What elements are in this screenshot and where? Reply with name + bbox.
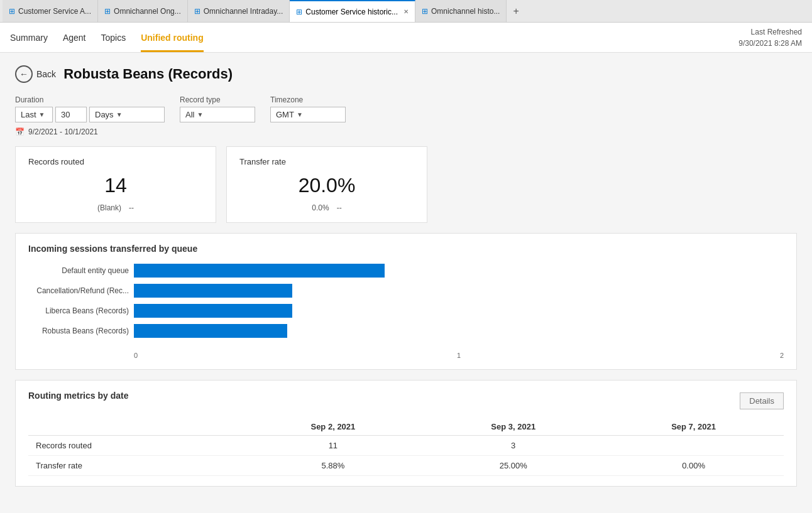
nav-topics[interactable]: Topics [101,23,126,52]
bar [134,324,287,338]
back-row: ← Back Robusta Beans (Records) [15,65,797,83]
date-range: 📅 9/2/2021 - 10/1/2021 [15,127,797,136]
nav-unified-routing[interactable]: Unified routing [141,23,204,52]
tab-omnichannel-ong[interactable]: ⊞ Omnichannel Ong... [98,0,188,22]
tab-customer-service-historic[interactable]: ⊞ Customer Service historic... ✕ [290,0,415,22]
duration-unit-select[interactable]: Days ▼ [89,107,165,122]
timezone-filter: Timezone GMT ▼ [270,95,346,122]
table-cell [603,436,784,456]
details-button[interactable]: Details [740,392,784,409]
tab-omnichannel-histo[interactable]: ⊞ Omnichannel histo... [415,0,507,22]
cards-row: Records routed 14 (Blank) -- Transfer ra… [15,146,797,223]
bar [134,264,385,278]
bar [134,284,292,298]
table-header [28,418,243,436]
duration-filter: Duration Last ▼ 30 Days ▼ [15,95,165,122]
table-row: Records routed113 [28,436,784,456]
table-section-header: Routing metrics by date Details [28,391,784,411]
records-routed-card: Records routed 14 (Blank) -- [15,146,216,223]
page-title: Robusta Beans (Records) [63,66,233,82]
table-cell: 0.00% [603,456,784,476]
bar-row: Cancellation/Refund (Rec... [28,284,784,298]
axis-label: 0 [134,352,138,359]
filters-row: Duration Last ▼ 30 Days ▼ Record type Al… [15,95,797,122]
tab-customer-service-a[interactable]: ⊞ Customer Service A... [3,0,98,22]
bar-chart: Default entity queueCancellation/Refund … [28,264,784,349]
table-cell: 11 [243,436,423,456]
transfer-rate-value: 20.0% [239,174,414,197]
timezone-select[interactable]: GMT ▼ [270,107,346,122]
last-refreshed: Last Refreshed 9/30/2021 8:28 AM [738,26,802,49]
table-cell: 3 [423,436,603,456]
calendar-icon: 📅 [15,127,25,136]
transfer-rate-footer: 0.0% -- [239,203,414,212]
chevron-down-icon: ▼ [39,111,45,118]
tab-icon-3: ⊞ [194,7,200,16]
duration-controls: Last ▼ 30 Days ▼ [15,107,165,122]
duration-number-input[interactable]: 30 [55,107,87,122]
bar [134,304,292,318]
chart-section: Incoming sessions transferred by queue D… [15,233,797,370]
bar-row: Default entity queue [28,264,784,278]
nav-agent[interactable]: Agent [63,23,86,52]
back-circle-icon: ← [15,65,33,83]
chevron-down-icon-4: ▼ [297,111,303,118]
chevron-down-icon-3: ▼ [197,111,203,118]
transfer-rate-card: Transfer rate 20.0% 0.0% -- [226,146,427,223]
transfer-rate-title: Transfer rate [239,157,414,166]
back-button[interactable]: ← Back [15,65,56,83]
table-cell: 5.88% [243,456,423,476]
axis-label: 1 [457,352,461,359]
record-type-filter: Record type All ▼ [180,95,255,122]
tab-icon-2: ⊞ [104,7,111,16]
table-row-label: Transfer rate [28,456,243,476]
close-tab-icon[interactable]: ✕ [403,8,409,15]
records-routed-value: 14 [28,174,203,197]
bar-row: Robusta Beans (Records) [28,324,784,338]
table-header: Sep 3, 2021 [423,418,603,436]
chevron-down-icon-2: ▼ [116,111,123,118]
table-cell: 25.00% [423,456,603,476]
tab-bar: ⊞ Customer Service A... ⊞ Omnichannel On… [0,0,812,23]
main-content: ← Back Robusta Beans (Records) Duration … [0,53,812,513]
routing-metrics-table: Sep 2, 2021Sep 3, 2021Sep 7, 2021Records… [28,418,784,476]
record-type-select[interactable]: All ▼ [180,107,255,122]
chart-title: Incoming sessions transferred by queue [28,244,784,254]
table-row-label: Records routed [28,436,243,456]
records-routed-title: Records routed [28,157,203,166]
table-row: Transfer rate5.88%25.00%0.00% [28,456,784,476]
bar-axis: 012 [134,352,784,359]
duration-preset-select[interactable]: Last ▼ [15,107,53,122]
tab-icon-1: ⊞ [9,7,15,16]
routing-metrics-section: Routing metrics by date Details Sep 2, 2… [15,380,797,487]
nav-summary[interactable]: Summary [10,23,48,52]
bar-row: Liberca Beans (Records) [28,304,784,318]
add-tab-button[interactable]: + [507,0,525,22]
tab-omnichannel-intraday[interactable]: ⊞ Omnichannel Intraday... [188,0,290,22]
table-header: Sep 7, 2021 [603,418,784,436]
tab-icon-4: ⊞ [296,8,302,16]
nav-bar: Summary Agent Topics Unified routing Las… [0,23,812,53]
axis-label: 2 [780,352,784,359]
routing-metrics-title: Routing metrics by date [28,391,128,401]
table-header: Sep 2, 2021 [243,418,423,436]
tab-icon-5: ⊞ [422,7,428,16]
nav-links: Summary Agent Topics Unified routing [10,23,204,52]
records-routed-footer: (Blank) -- [28,203,203,212]
